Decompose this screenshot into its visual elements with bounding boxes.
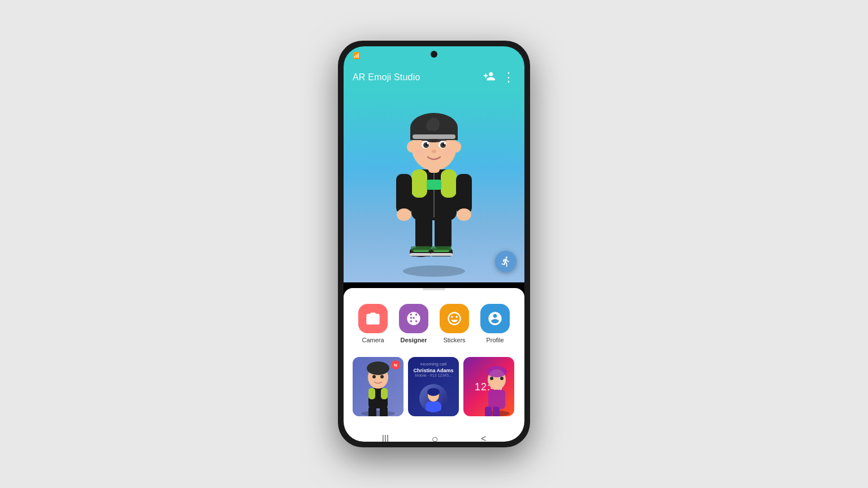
profile-label: Profile [486, 337, 504, 343]
contact-avatar [419, 384, 448, 412]
designer-icon [406, 311, 422, 326]
svg-point-26 [426, 120, 434, 131]
card-clock[interactable]: 12:45 [463, 357, 514, 416]
svg-point-20 [457, 208, 471, 221]
camera-notch [431, 51, 437, 58]
svg-rect-14 [441, 169, 457, 198]
svg-point-28 [452, 141, 461, 152]
more-options-icon[interactable]: ⋮ [502, 70, 515, 85]
card-incoming-text: incoming call [413, 361, 454, 367]
svg-point-0 [403, 265, 465, 277]
nav-designer[interactable]: Designer [393, 304, 434, 343]
card-mini-avatar [353, 357, 403, 416]
profile-icon-wrapper [480, 304, 510, 333]
avatar-3d [380, 96, 488, 277]
avatar-area [344, 90, 524, 282]
fab-pose-button[interactable] [495, 251, 517, 272]
svg-point-50 [367, 361, 389, 375]
svg-rect-59 [493, 407, 500, 416]
designer-label: Designer [400, 337, 427, 343]
pose-icon [500, 256, 511, 267]
contact-avatar-svg [422, 387, 445, 412]
svg-point-36 [444, 143, 446, 145]
content-cards: N [344, 355, 524, 425]
svg-rect-57 [488, 390, 505, 409]
svg-rect-19 [456, 174, 472, 213]
bottom-sheet: Camera Designer [344, 288, 524, 425]
svg-rect-40 [413, 134, 455, 139]
designer-icon-wrapper [399, 304, 428, 333]
app-bar: AR Emoji Studio ⋮ [344, 64, 524, 90]
card-avatar-blue[interactable]: N [353, 357, 403, 416]
svg-rect-13 [411, 169, 427, 198]
svg-rect-46 [380, 407, 388, 416]
app-title: AR Emoji Studio [353, 72, 420, 82]
svg-rect-43 [368, 388, 375, 399]
stickers-label: Stickers [443, 337, 465, 343]
avatar-svg-container [344, 90, 524, 282]
bottom-nav: Camera Designer [344, 299, 524, 355]
nav-camera[interactable]: Camera [353, 304, 393, 343]
svg-point-63 [500, 377, 504, 380]
back-button[interactable]: < [476, 429, 491, 442]
wifi-icon: 📶 [353, 52, 361, 59]
svg-point-41 [361, 411, 395, 416]
status-bar: 📶 [344, 46, 524, 64]
svg-point-39 [444, 150, 453, 155]
card-profile[interactable]: incoming call Christina Adams Mobile · #… [408, 357, 459, 416]
svg-point-54 [427, 388, 440, 396]
svg-point-37 [432, 150, 436, 153]
app-bar-actions: ⋮ [483, 70, 515, 85]
svg-point-18 [397, 208, 411, 221]
home-button[interactable]: ○ [427, 428, 443, 442]
drag-handle [423, 288, 445, 290]
camera-label: Camera [362, 337, 384, 343]
svg-point-35 [427, 143, 429, 145]
card-contact-sub: Mobile · #13 12345... [413, 373, 454, 377]
svg-rect-58 [485, 407, 492, 416]
menu-button[interactable]: ||| [377, 429, 393, 442]
svg-point-61 [487, 366, 507, 377]
phone-screen: 📶 AR Emoji Studio ⋮ [344, 46, 524, 442]
camera-icon [365, 311, 381, 326]
camera-icon-wrapper [358, 304, 388, 333]
svg-point-62 [490, 377, 493, 380]
svg-rect-17 [396, 174, 412, 213]
svg-rect-11 [431, 246, 452, 251]
add-user-icon[interactable] [483, 70, 496, 85]
stickers-icon [446, 311, 462, 326]
svg-point-38 [415, 150, 424, 155]
svg-rect-16 [427, 180, 441, 190]
status-left: 📶 [353, 52, 361, 59]
svg-rect-6 [410, 253, 432, 256]
stickers-icon-wrapper [440, 304, 469, 333]
phone-frame: 📶 AR Emoji Studio ⋮ [338, 41, 530, 447]
card-clock-avatar [463, 357, 514, 416]
profile-icon [487, 311, 503, 326]
nav-profile[interactable]: Profile [475, 304, 515, 343]
svg-rect-44 [381, 388, 388, 399]
svg-rect-55 [426, 402, 441, 412]
svg-point-51 [372, 375, 376, 378]
svg-point-27 [407, 141, 416, 152]
svg-rect-10 [430, 253, 453, 256]
system-nav: ||| ○ < [344, 425, 524, 442]
svg-point-52 [380, 375, 384, 378]
card-contact-name: Christina Adams [413, 368, 454, 373]
nav-stickers[interactable]: Stickers [434, 304, 475, 343]
svg-rect-7 [411, 246, 431, 251]
svg-rect-45 [368, 407, 376, 416]
